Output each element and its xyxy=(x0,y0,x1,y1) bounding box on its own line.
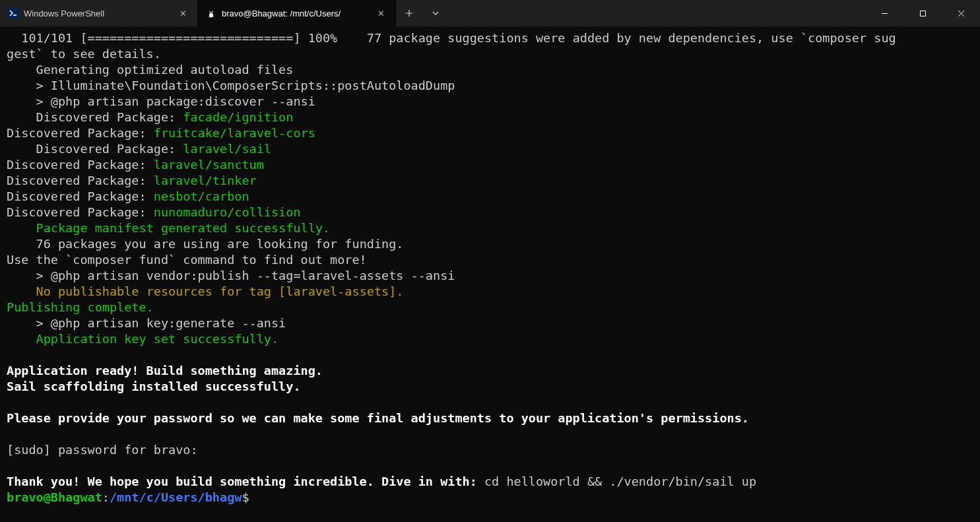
package-name: fruitcake/laravel-cors xyxy=(154,126,315,140)
tab-label: Windows PowerShell xyxy=(24,9,172,18)
line: Application ready! Build something amazi… xyxy=(7,364,323,377)
svg-point-5 xyxy=(211,13,212,14)
line: Package manifest generated successfully. xyxy=(7,221,330,235)
close-icon xyxy=(958,10,965,17)
plus-icon xyxy=(405,9,413,17)
terminal-output[interactable]: 101/101 [============================] 1… xyxy=(0,26,980,522)
svg-point-4 xyxy=(212,11,213,13)
line: > @php artisan package:discover --ansi xyxy=(7,94,315,108)
line: Sail scaffolding installed successfully. xyxy=(7,379,301,393)
line: Generating optimized autoload files xyxy=(7,63,293,77)
prompt-user: bravo@Bhagwat xyxy=(7,490,102,504)
line: Please provide your password so we can m… xyxy=(7,411,749,425)
line: Thank you! We hope you build something i… xyxy=(7,474,477,488)
line: Discovered Package: xyxy=(7,189,154,203)
package-name: laravel/tinker xyxy=(154,174,257,187)
line: > @php artisan vendor:publish --tag=lara… xyxy=(7,269,455,282)
package-name: laravel/sanctum xyxy=(154,158,264,172)
line: Discovered Package: xyxy=(7,158,154,172)
close-icon[interactable]: ✕ xyxy=(177,7,189,20)
line: Discovered Package: xyxy=(7,142,183,156)
line: Publishing complete. xyxy=(7,300,154,314)
close-button[interactable] xyxy=(942,0,980,26)
minimize-icon xyxy=(881,10,888,17)
maximize-icon xyxy=(919,10,927,17)
prompt-colon: : xyxy=(102,490,110,504)
line: No publishable resources for tag [larave… xyxy=(7,284,403,298)
line: gest` to see details. xyxy=(7,47,161,61)
line: Discovered Package: xyxy=(7,126,154,140)
new-tab-button[interactable] xyxy=(396,0,422,26)
line: Application key set successfully. xyxy=(7,332,278,346)
line: 76 packages you are using are looking fo… xyxy=(7,237,403,251)
package-name: nunomaduro/collision xyxy=(154,205,301,219)
prompt-dollar: $ xyxy=(242,490,249,504)
chevron-down-icon xyxy=(432,9,440,17)
dive-in-cmd: cd helloworld && ./vendor/bin/sail up xyxy=(477,474,756,488)
svg-point-3 xyxy=(209,11,211,13)
tab-dropdown-button[interactable] xyxy=(422,0,449,26)
package-name: laravel/sail xyxy=(183,142,271,156)
package-name: nesbot/carbon xyxy=(154,189,249,203)
window-controls xyxy=(865,0,980,26)
titlebar: Windows PowerShell ✕ bravo@Bhagwat: /mnt… xyxy=(0,0,980,26)
minimize-button[interactable] xyxy=(865,0,903,26)
tab-label: bravo@Bhagwat: /mnt/c/Users/ xyxy=(222,9,370,18)
line: 101/101 [============================] 1… xyxy=(7,31,896,45)
svg-rect-6 xyxy=(920,11,925,16)
prompt-path: /mnt/c/Users/bhagw xyxy=(110,490,242,504)
line: > Illuminate\Foundation\ComposerScripts:… xyxy=(7,79,455,92)
tab-powershell[interactable]: Windows PowerShell ✕ xyxy=(0,0,198,26)
line: Discovered Package: xyxy=(7,174,154,187)
line: > @php artisan key:generate --ansi xyxy=(7,316,286,330)
maximize-button[interactable] xyxy=(903,0,942,26)
tux-icon xyxy=(206,8,216,18)
powershell-icon xyxy=(8,8,18,18)
package-name: facade/ignition xyxy=(183,110,293,124)
line: Discovered Package: xyxy=(7,205,154,219)
close-icon[interactable]: ✕ xyxy=(375,7,387,20)
tab-wsl[interactable]: bravo@Bhagwat: /mnt/c/Users/ ✕ xyxy=(198,0,396,26)
line: Use the `composer fund` command to find … xyxy=(7,253,367,267)
line: Discovered Package: xyxy=(7,110,183,124)
line: [sudo] password for bravo: xyxy=(7,443,198,457)
